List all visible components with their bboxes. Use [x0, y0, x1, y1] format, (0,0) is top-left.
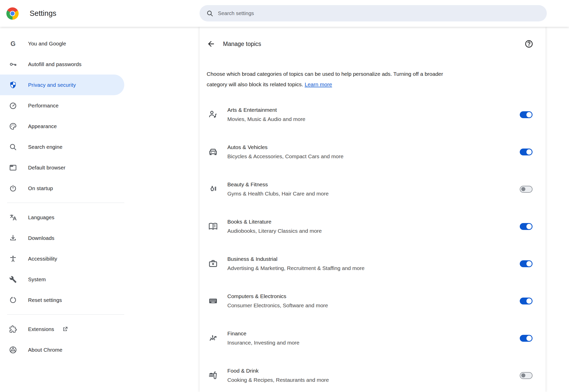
sidebar-item-label: Downloads — [28, 235, 54, 241]
sidebar-item-privacy-and-security[interactable]: Privacy and security — [0, 75, 124, 95]
manage-topics-card: Manage topics Choose which broad categor… — [200, 27, 546, 392]
toggle-knob — [521, 373, 525, 377]
toggle-knob — [526, 298, 532, 304]
topic-title: Business & Industrial — [227, 255, 520, 263]
topic-toggle-finance[interactable] — [520, 335, 533, 342]
topic-title: Arts & Entertainment — [227, 106, 520, 114]
back-arrow-icon — [207, 40, 215, 48]
topic-title: Food & Drink — [227, 367, 520, 374]
sidebar-item-accessibility[interactable]: Accessibility — [0, 248, 124, 269]
toggle-knob — [526, 112, 532, 117]
topic-subtitle: Consumer Electronics, Software and more — [227, 302, 520, 309]
wrench-icon — [9, 275, 17, 284]
palette-icon — [9, 122, 17, 130]
sidebar-item-search-engine[interactable]: Search engine — [0, 137, 124, 157]
topic-row-beauty-fitness: Beauty & FitnessGyms & Health Clubs, Hai… — [200, 170, 546, 208]
sidebar-item-label: On startup — [28, 185, 53, 191]
nav-divider — [7, 203, 124, 203]
help-icon — [525, 40, 533, 48]
topic-row-books-literature: Books & LiteratureAudiobooks, Literary C… — [200, 208, 546, 245]
briefcase-icon — [208, 259, 218, 269]
speedometer-icon — [9, 102, 17, 110]
sidebar-item-label: Performance — [28, 103, 59, 109]
sidebar-item-on-startup[interactable]: On startup — [0, 178, 124, 199]
back-button[interactable] — [207, 40, 215, 48]
sidebar-item-extensions[interactable]: Extensions — [0, 319, 124, 339]
subpage-title: Manage topics — [223, 41, 525, 47]
topic-subtitle: Movies, Music & Audio and more — [227, 116, 520, 123]
beauty-icon — [208, 184, 218, 194]
sidebar-item-appearance[interactable]: Appearance — [0, 116, 124, 137]
description-line1: Choose which broad categories of topics … — [207, 71, 443, 77]
car-icon — [208, 147, 218, 157]
topic-text: FinanceInsurance, Investing and more — [227, 330, 520, 346]
topic-subtitle: Cooking & Recipes, Restaurants and more — [227, 376, 520, 384]
settings-nav: GYou and GoogleAutofill and passwordsPri… — [0, 27, 124, 392]
puzzle-icon — [9, 325, 17, 333]
sidebar-item-label: Default browser — [28, 165, 66, 171]
chrome-settings-page: Settings Search settings GYou and Google… — [0, 0, 569, 392]
sidebar-item-label: System — [28, 276, 46, 283]
keyboard-icon — [208, 296, 218, 306]
chrome-logo-icon — [6, 7, 19, 20]
description: Choose which broad categories of topics … — [207, 69, 533, 90]
topic-toggle-books-literature[interactable] — [520, 223, 533, 230]
sidebar-item-label: About Chrome — [28, 347, 63, 353]
nav-divider — [7, 314, 124, 315]
download-icon — [9, 234, 17, 242]
topic-toggle-computers-electronics[interactable] — [520, 298, 533, 304]
app-title: Settings — [30, 0, 56, 27]
topic-row-computers-electronics: Computers & ElectronicsConsumer Electron… — [200, 282, 546, 320]
learn-more-link[interactable]: Learn more — [305, 81, 332, 87]
sidebar-item-performance[interactable]: Performance — [0, 95, 124, 116]
topic-text: Arts & EntertainmentMovies, Music & Audi… — [227, 106, 520, 123]
fastfood-icon — [208, 370, 218, 381]
toggle-knob — [526, 336, 532, 341]
google-g-icon: G — [9, 40, 17, 48]
topic-text: Books & LiteratureAudiobooks, Literary C… — [227, 218, 520, 235]
content-area: GYou and GoogleAutofill and passwordsPri… — [0, 27, 569, 392]
sidebar-item-downloads[interactable]: Downloads — [0, 228, 124, 248]
topic-toggle-arts-entertainment[interactable] — [520, 111, 533, 118]
search-settings-input[interactable]: Search settings — [200, 5, 547, 21]
topic-title: Autos & Vehicles — [227, 144, 520, 151]
sidebar-item-label: Languages — [28, 214, 54, 220]
topic-text: Beauty & FitnessGyms & Health Clubs, Hai… — [227, 181, 520, 197]
topic-row-finance: FinanceInsurance, Investing and more — [200, 320, 546, 357]
accessibility-icon — [9, 255, 17, 263]
topic-title: Finance — [227, 330, 520, 337]
magnifier-icon — [9, 143, 17, 151]
topic-toggle-business-industrial[interactable] — [520, 260, 533, 267]
topic-row-arts-entertainment: Arts & EntertainmentMovies, Music & Audi… — [200, 96, 546, 133]
translate-icon — [9, 213, 17, 222]
key-icon — [9, 60, 17, 68]
topic-text: Food & DrinkCooking & Recipes, Restauran… — [227, 367, 520, 384]
sidebar-item-default-browser[interactable]: Default browser — [0, 157, 124, 178]
topic-row-business-industrial: Business & IndustrialAdvertising & Marke… — [200, 245, 546, 282]
topic-toggle-autos-vehicles[interactable] — [520, 149, 533, 155]
reset-icon — [9, 296, 17, 304]
topic-title: Beauty & Fitness — [227, 181, 520, 188]
sidebar-item-label: You and Google — [28, 41, 66, 47]
sidebar-item-about-chrome[interactable]: About Chrome — [0, 339, 124, 360]
topic-toggle-beauty-fitness[interactable] — [520, 186, 533, 193]
search-placeholder: Search settings — [218, 10, 254, 16]
sidebar-item-label: Accessibility — [28, 256, 57, 262]
topic-toggle-food-drink[interactable] — [520, 372, 533, 379]
sidebar-item-languages[interactable]: Languages — [0, 207, 124, 228]
topic-row-food-drink: Food & DrinkCooking & Recipes, Restauran… — [200, 357, 546, 392]
help-button[interactable] — [525, 40, 533, 48]
sidebar-item-label: Reset settings — [28, 297, 62, 303]
shield-icon — [9, 81, 17, 89]
sidebar-item-label: Search engine — [28, 144, 63, 150]
description-line2: category will also block its related top… — [207, 81, 303, 87]
sidebar-item-reset-settings[interactable]: Reset settings — [0, 290, 124, 310]
topic-text: Business & IndustrialAdvertising & Marke… — [227, 255, 520, 272]
chrome-icon — [9, 346, 17, 354]
sidebar-item-autofill-and-passwords[interactable]: Autofill and passwords — [0, 54, 124, 75]
toggle-knob — [526, 261, 532, 266]
settings-header: Settings Search settings — [0, 0, 569, 27]
sidebar-item-system[interactable]: System — [0, 269, 124, 290]
topic-subtitle: Advertising & Marketing, Recruitment & S… — [227, 265, 520, 272]
sidebar-item-you-and-google[interactable]: GYou and Google — [0, 33, 124, 54]
